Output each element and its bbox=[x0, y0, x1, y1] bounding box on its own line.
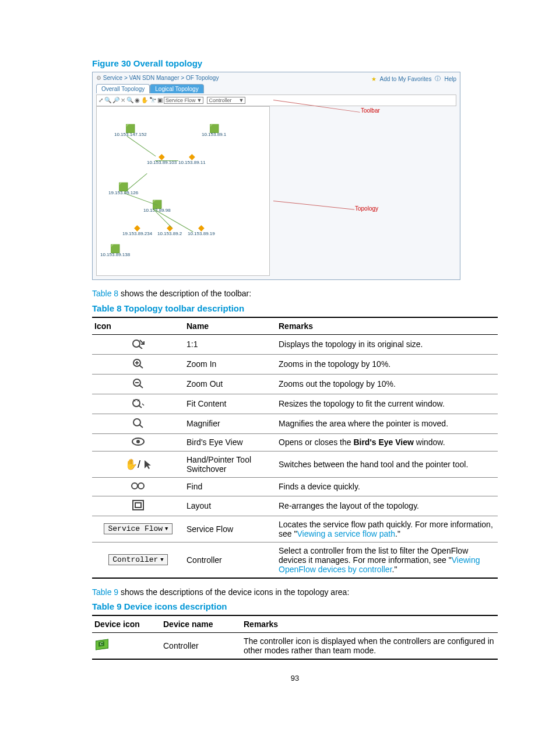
table8-row: Fit ContentResizes the topology to fit t… bbox=[92, 394, 498, 414]
controller-dropdown[interactable]: Controller▼ bbox=[207, 97, 245, 104]
breadcrumb: ⚙ Service > VAN SDN Manager > OF Topolog… bbox=[96, 75, 219, 81]
svg-line-14 bbox=[142, 404, 144, 405]
svg-point-19 bbox=[132, 483, 138, 489]
service-flow-dropdown[interactable]: Service Flow▼ bbox=[164, 97, 203, 104]
doc-link[interactable]: Viewing a service flow path bbox=[297, 529, 395, 538]
table8-remarks: Opens or closes the Bird's Eye View wind… bbox=[276, 433, 498, 451]
ref-table-8[interactable]: Table 8 bbox=[92, 289, 118, 298]
svg-rect-22 bbox=[133, 501, 143, 510]
table-9: Device icon Device name Remarks C Contro… bbox=[92, 615, 498, 660]
star-icon: ★ bbox=[371, 76, 376, 82]
table8-name: Bird's Eye View bbox=[184, 433, 276, 451]
svg-line-16 bbox=[139, 425, 143, 428]
find-icon[interactable]: 🔭 bbox=[149, 97, 156, 103]
table8-remarks: Resizes the topology to fit the current … bbox=[276, 394, 498, 414]
controller-icon: 🟩 bbox=[114, 124, 147, 132]
svg-line-6 bbox=[139, 365, 143, 368]
zoom-out-icon[interactable]: 🔎 bbox=[112, 97, 119, 103]
table8-row: ✋/ Hand/Pointer Tool SwitchoverSwitches … bbox=[92, 451, 498, 477]
svg-point-20 bbox=[138, 483, 144, 489]
table8-remarks: Select a controller from the list to fil… bbox=[276, 542, 498, 578]
service-flow-dropdown[interactable]: Service Flow▼ bbox=[104, 523, 172, 534]
layout-icon bbox=[132, 500, 144, 510]
switch-icon: ◆ bbox=[178, 152, 206, 160]
table8-row: 1:1Displays the topology in its original… bbox=[92, 334, 498, 354]
magnifier-icon bbox=[132, 418, 144, 428]
controller-icon: 🟩 bbox=[100, 244, 130, 253]
table8-remarks: Switches between the hand tool and the p… bbox=[276, 451, 498, 477]
find-icon bbox=[131, 481, 145, 491]
callout-topology: Topology bbox=[355, 205, 378, 212]
table8-remarks: Magnifies the area where the pointer is … bbox=[276, 414, 498, 433]
controller-device-icon: C bbox=[94, 639, 110, 652]
ref-table-9[interactable]: Table 9 bbox=[92, 587, 118, 597]
paragraph-table9: Table 9 shows the descriptions of the de… bbox=[92, 587, 498, 598]
table8-name: Service Flow bbox=[184, 516, 276, 542]
table8-title: Table 8 Topology toolbar description bbox=[92, 303, 498, 313]
svg-point-18 bbox=[136, 440, 140, 443]
svg-line-11 bbox=[139, 405, 142, 408]
table8-h-name: Name bbox=[184, 317, 276, 335]
add-favorites-link[interactable]: Add to My Favorites bbox=[380, 76, 432, 82]
table8-row: Zoom OutZooms out the topology by 10%. bbox=[92, 374, 498, 394]
table8-row: Controller▼ControllerSelect a controller… bbox=[92, 542, 498, 578]
table8-remarks: Re-arranges the layout of the topology. bbox=[276, 496, 498, 516]
table8-name: Zoom Out bbox=[184, 374, 276, 394]
table8-row: Zoom InZooms in the topology by 10%. bbox=[92, 354, 498, 374]
table8-row: Service Flow▼Service FlowLocates the ser… bbox=[92, 516, 498, 542]
tab-overall-topology[interactable]: Overall Topology bbox=[96, 84, 150, 93]
table8-name: Fit Content bbox=[184, 394, 276, 414]
doc-link[interactable]: Viewing OpenFlow devices by controller bbox=[279, 555, 480, 574]
switch-icon: ◆ bbox=[122, 223, 152, 232]
eye-icon[interactable]: ◉ bbox=[135, 97, 140, 103]
callout-toolbar: Toolbar bbox=[361, 107, 380, 114]
svg-line-9 bbox=[139, 385, 143, 388]
table8-row: LayoutRe-arranges the layout of the topo… bbox=[92, 496, 498, 516]
one-to-one-icon[interactable]: ⤢ bbox=[98, 97, 103, 103]
table8-remarks: Zooms out the topology by 10%. bbox=[276, 374, 498, 394]
birds-eye-icon bbox=[132, 438, 145, 446]
controller-dropdown[interactable]: Controller▼ bbox=[108, 554, 167, 565]
table9-title: Table 9 Device icons description bbox=[92, 601, 498, 611]
magnifier-icon[interactable]: 🔍 bbox=[126, 97, 133, 103]
zoom-out-icon bbox=[132, 378, 144, 388]
fit-content-icon bbox=[132, 398, 145, 408]
table-8: Icon Name Remarks 1:1Displays the topolo… bbox=[92, 317, 498, 579]
table9-h-remarks: Remarks bbox=[241, 615, 498, 633]
table8-name: Magnifier bbox=[184, 414, 276, 433]
svg-line-1 bbox=[139, 346, 142, 349]
fit-icon[interactable]: ⤫ bbox=[121, 97, 125, 103]
controller-icon: 🟩 bbox=[202, 124, 226, 132]
one-to-one-icon bbox=[132, 338, 145, 349]
topology-canvas: 🟩10.153.147.152 🟩10.153.89.1 ◆10.153.89.… bbox=[96, 106, 270, 276]
table8-remarks: Locates the service flow path quickly. F… bbox=[276, 516, 498, 542]
page-number: 93 bbox=[92, 674, 498, 682]
table8-name: Controller bbox=[184, 542, 276, 578]
topbar-right: ★ Add to My Favorites ⓘ Help bbox=[371, 75, 457, 83]
figure-overall-topology: ⚙ Service > VAN SDN Manager > OF Topolog… bbox=[92, 72, 460, 280]
svg-rect-23 bbox=[135, 503, 141, 508]
table8-remarks: Displays the topology in its original si… bbox=[276, 334, 498, 354]
hand-pointer-icon: ✋/ bbox=[125, 459, 152, 470]
help-link[interactable]: Help bbox=[444, 76, 456, 82]
hand-icon[interactable]: ✋ bbox=[141, 97, 148, 103]
table9-remarks: The controller icon is displayed when th… bbox=[241, 633, 498, 660]
table9-h-name: Device name bbox=[161, 615, 241, 633]
table8-row: FindFinds a device quickly. bbox=[92, 477, 498, 496]
zoom-in-icon[interactable]: 🔍 bbox=[104, 97, 111, 103]
tab-logical-topology[interactable]: Logical Topology bbox=[150, 84, 203, 93]
layout-icon[interactable]: ▣ bbox=[157, 97, 163, 103]
table8-row: MagnifierMagnifies the area where the po… bbox=[92, 414, 498, 433]
table9-h-icon: Device icon bbox=[92, 615, 161, 633]
help-icon[interactable]: ⓘ bbox=[435, 75, 441, 83]
table8-name: Layout bbox=[184, 496, 276, 516]
table8-remarks: Zooms in the topology by 10%. bbox=[276, 354, 498, 374]
table8-h-icon: Icon bbox=[92, 317, 184, 335]
table8-name: 1:1 bbox=[184, 334, 276, 354]
table8-remarks: Finds a device quickly. bbox=[276, 477, 498, 496]
zoom-in-icon bbox=[132, 358, 144, 369]
figure-title: Figure 30 Overall topology bbox=[92, 58, 498, 68]
table8-name: Find bbox=[184, 477, 276, 496]
table9-name: Controller bbox=[161, 633, 241, 660]
table8-name: Hand/Pointer Tool Switchover bbox=[184, 451, 276, 477]
